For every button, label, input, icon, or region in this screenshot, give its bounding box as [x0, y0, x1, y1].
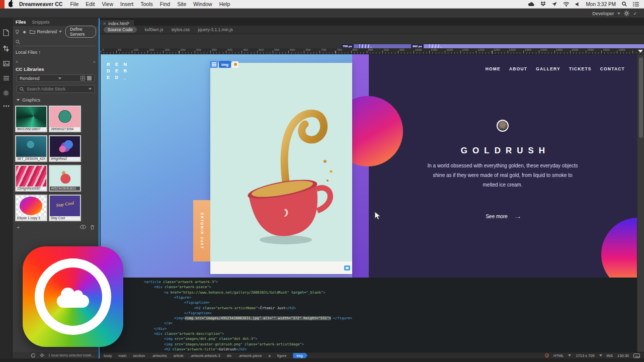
close-icon[interactable]: × — [16, 59, 18, 64]
menu-item-edit[interactable]: Edit — [86, 1, 95, 7]
artwork-card[interactable] — [210, 63, 352, 274]
creative-cloud-logo — [23, 246, 123, 347]
library-item[interactable]: 23HighRes0087 — [15, 165, 47, 192]
element-menu-icon[interactable] — [210, 61, 218, 68]
tag-selector-img[interactable]: img — [293, 353, 307, 358]
files-search[interactable] — [16, 38, 96, 46]
lint-error-icon[interactable] — [545, 353, 549, 357]
tab-files[interactable]: Files — [16, 20, 26, 25]
trash-icon[interactable] — [90, 225, 95, 230]
nav-item-about[interactable]: ABOUT — [509, 66, 527, 71]
artwork-lettering: Stay Cool — [50, 200, 80, 209]
live-view[interactable]: R E ND E RE D _ — [101, 54, 637, 278]
code-area[interactable]: <article class="artwork artwork-3"><div … — [100, 278, 637, 352]
creative-cloud-icon[interactable] — [528, 2, 534, 7]
tag-selector-a[interactable]: a — [268, 353, 270, 358]
dropbox-icon[interactable] — [540, 2, 546, 7]
site-manager-icon[interactable] — [15, 29, 19, 35]
file-icon[interactable] — [3, 29, 9, 36]
location-arrow-icon[interactable] — [552, 2, 557, 7]
related-file[interactable]: kxf0iwn.js — [145, 27, 164, 32]
app-menu-title[interactable]: Dreamweaver CC — [19, 1, 62, 7]
library-dropdown[interactable]: Rendered — [17, 74, 95, 82]
library-item[interactable]: SET_DESIGN_42X — [15, 135, 47, 162]
git-icon[interactable]: ◆ — [23, 30, 26, 34]
see-more-link[interactable]: See more → — [369, 214, 637, 219]
element-add-icon[interactable] — [232, 61, 238, 68]
library-item[interactable]: 9HighRes2 — [49, 135, 81, 162]
layers-icon[interactable] — [3, 75, 10, 81]
image-panel-icon[interactable] — [3, 61, 10, 66]
files-panel-status: 1 local items selected totalli... — [13, 352, 99, 358]
refresh-icon[interactable] — [31, 353, 36, 358]
tag-selector-section[interactable]: section — [133, 353, 145, 358]
graphics-section-header[interactable]: Graphics — [13, 93, 99, 105]
connect-icon[interactable] — [39, 353, 45, 357]
nav-item-gallery[interactable]: GALLERY — [536, 66, 560, 71]
collapse-icon[interactable]: « — [93, 59, 96, 64]
stock-search-placeholder: Search Adobe Stock — [27, 86, 65, 92]
related-file[interactable]: Source Code — [104, 27, 137, 33]
menu-item-window[interactable]: Window — [193, 1, 212, 7]
chevron-down-icon — [59, 31, 62, 33]
volume-icon[interactable] — [576, 2, 580, 7]
nav-item-tickets[interactable]: TICKETS — [569, 66, 592, 71]
tag-selector-artwork-piece[interactable]: .artwork-piece — [238, 353, 262, 358]
breakpoint-chevrons — [429, 44, 441, 48]
sync-settings-gear-icon[interactable] — [624, 11, 629, 16]
wifi-icon[interactable] — [563, 2, 570, 7]
breakpoint-badge-768[interactable]: 768 px — [341, 44, 354, 48]
tag-selector-artworks[interactable]: .artworks — [151, 353, 167, 358]
scrollbar-thumb[interactable] — [639, 57, 643, 138]
tag-selector-artworkartwork-3[interactable]: .artwork.artwork-3 — [190, 353, 220, 358]
menu-item-find[interactable]: Find — [160, 1, 170, 7]
tag-selector-div[interactable]: div — [227, 353, 232, 358]
more-options-icon[interactable] — [3, 105, 10, 107]
nav-item-contact[interactable]: CONTACT — [600, 66, 625, 71]
menu-item-insert[interactable]: Insert — [120, 1, 133, 7]
menu-item-file[interactable]: File — [70, 1, 78, 7]
breakpoint-badge-992[interactable]: 992 px — [411, 44, 424, 48]
grid-view-icon[interactable] — [80, 76, 85, 80]
workspace-switcher[interactable]: Developer ✓ — [592, 11, 637, 16]
list-view-icon[interactable] — [87, 76, 92, 80]
spotlight-search-icon[interactable] — [622, 2, 627, 7]
element-tag-badge[interactable]: img — [219, 61, 231, 68]
asset-sync-badge-icon[interactable] — [344, 265, 350, 270]
tag-selector-body[interactable]: body — [104, 353, 112, 358]
notification-center-icon[interactable] — [633, 2, 639, 7]
tab-snippets[interactable]: Snippets — [32, 20, 50, 25]
scroll-caret-icon[interactable] — [638, 50, 643, 53]
snippets-gear-icon[interactable] — [3, 90, 9, 96]
menu-item-view[interactable]: View — [102, 1, 113, 7]
library-item[interactable]: 26f0693273054 — [49, 106, 81, 132]
define-servers-button[interactable]: Define Servers — [65, 26, 96, 38]
related-file[interactable]: styles.css — [171, 27, 190, 32]
menu-item-site[interactable]: Site — [177, 1, 186, 7]
artwork-image[interactable] — [210, 63, 352, 261]
local-files-header[interactable]: Local Files ↑ — [13, 47, 99, 56]
menu-item-tools[interactable]: Tools — [140, 1, 153, 7]
tag-selector-figure[interactable]: figure — [277, 353, 287, 358]
library-item[interactable]: 8b01155218607 — [15, 106, 47, 132]
apple-menu-icon[interactable] — [9, 2, 13, 7]
window-size[interactable]: 1713 x 709 — [576, 353, 594, 358]
sort-arrows-icon[interactable] — [3, 45, 9, 52]
adobe-stock-search[interactable]: Search Adobe Stock — [17, 85, 95, 93]
library-item[interactable]: Stay CoolStay Cool — [49, 195, 81, 221]
media-query-range-992[interactable] — [411, 44, 644, 48]
files-status-text: 1 local items selected totalli... — [48, 353, 94, 357]
vertical-scrollbar[interactable] — [637, 54, 644, 352]
library-item[interactable]: Ellipse 1 copy 3 — [15, 195, 47, 221]
menu-item-help[interactable]: Help — [219, 1, 230, 7]
keyboard-icon[interactable] — [633, 353, 640, 358]
server-dropdown[interactable]: Rendered — [30, 29, 62, 34]
sync-status-icon[interactable] — [80, 225, 86, 229]
doc-type[interactable]: HTML — [553, 353, 564, 358]
tag-selector-main[interactable]: main — [118, 353, 126, 358]
library-item[interactable]: 49523428063831 — [49, 165, 81, 192]
related-file[interactable]: jquery-3.1.1.min.js — [198, 27, 232, 32]
tag-selector-article[interactable]: article — [174, 353, 184, 358]
add-library-item-button[interactable]: + — [17, 224, 20, 230]
nav-item-home[interactable]: HOME — [486, 66, 501, 71]
